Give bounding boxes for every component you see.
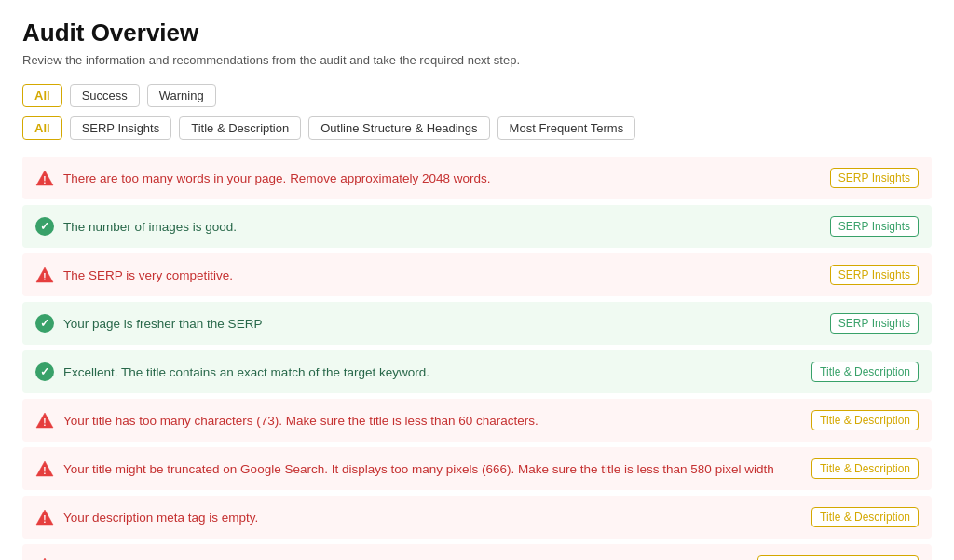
success-circle-icon: ✓ xyxy=(35,362,54,381)
audit-list: ! There are too many words in your page.… xyxy=(22,157,932,560)
success-circle-icon: ✓ xyxy=(35,314,54,333)
status-filter-success[interactable]: Success xyxy=(70,84,140,107)
cat-filter-all[interactable]: All xyxy=(22,116,62,140)
svg-text:!: ! xyxy=(43,514,46,525)
warning-icon: ! xyxy=(35,169,54,187)
svg-text:!: ! xyxy=(43,466,46,476)
audit-row: ! The SERP is very competitive.SERP Insi… xyxy=(22,253,932,296)
audit-tag[interactable]: SERP Insights xyxy=(830,265,919,285)
audit-message: Your description meta tag is empty. xyxy=(63,511,811,525)
audit-tag[interactable]: SERP Insights xyxy=(830,168,919,188)
audit-message: There are too many words in your page. R… xyxy=(63,171,830,185)
cat-filter-frequent[interactable]: Most Frequent Terms xyxy=(497,116,636,140)
svg-text:!: ! xyxy=(43,175,46,185)
cat-filter-title-desc[interactable]: Title & Description xyxy=(179,116,301,140)
audit-tag[interactable]: Title & Description xyxy=(811,458,919,479)
audit-tag[interactable]: SERP Insights xyxy=(830,216,919,237)
page-subtitle: Review the information and recommendatio… xyxy=(22,53,932,67)
audit-row: ! Your description meta tag is empty.Tit… xyxy=(22,496,932,539)
success-circle-icon: ✓ xyxy=(35,217,54,236)
audit-message: The SERP is very competitive. xyxy=(63,268,830,282)
warning-icon: ! xyxy=(35,266,54,284)
status-filter-all[interactable]: All xyxy=(22,84,62,107)
audit-tag[interactable]: Outline Structure & Headings xyxy=(757,555,919,560)
audit-row: ! There are too many words in your page.… xyxy=(22,157,932,199)
success-icon: ✓ xyxy=(35,362,54,381)
success-icon: ✓ xyxy=(35,314,54,333)
svg-text:!: ! xyxy=(43,417,46,428)
cat-filter-outline[interactable]: Outline Structure & Headings xyxy=(308,116,489,140)
warning-icon: ! xyxy=(35,459,54,478)
audit-tag[interactable]: Title & Description xyxy=(811,410,919,430)
page-title: Audit Overview xyxy=(22,19,932,48)
audit-row: ! Your title has too many characters (73… xyxy=(22,399,932,442)
svg-text:!: ! xyxy=(43,272,46,282)
audit-tag[interactable]: Title & Description xyxy=(811,507,919,527)
audit-row: ✓Excellent. The title contains an exact … xyxy=(22,350,932,393)
audit-row: ✓Your page is fresher than the SERPSERP … xyxy=(22,302,932,345)
status-filter-row: All Success Warning xyxy=(22,84,932,107)
audit-row: ✓The number of images is good.SERP Insig… xyxy=(22,205,932,248)
warning-icon: ! xyxy=(35,556,54,560)
audit-row: ! Your title might be truncated on Googl… xyxy=(22,447,932,490)
audit-message: The number of images is good. xyxy=(63,220,830,234)
audit-tag[interactable]: SERP Insights xyxy=(830,313,919,334)
status-filter-warning[interactable]: Warning xyxy=(147,84,216,107)
cat-filter-serp[interactable]: SERP Insights xyxy=(70,116,172,140)
warning-icon: ! xyxy=(35,508,54,526)
audit-message: Your title might be truncated on Google … xyxy=(63,462,811,476)
success-icon: ✓ xyxy=(35,217,54,236)
warning-icon: ! xyxy=(35,411,54,430)
audit-row: ! Rewrite some of your headings to inclu… xyxy=(22,544,932,560)
audit-tag[interactable]: Title & Description xyxy=(811,362,919,382)
audit-message: Excellent. The title contains an exact m… xyxy=(63,365,811,379)
category-filter-row: All SERP Insights Title & Description Ou… xyxy=(22,116,932,140)
audit-message: Your title has too many characters (73).… xyxy=(63,414,811,428)
audit-message: Your page is fresher than the SERP xyxy=(63,317,830,331)
